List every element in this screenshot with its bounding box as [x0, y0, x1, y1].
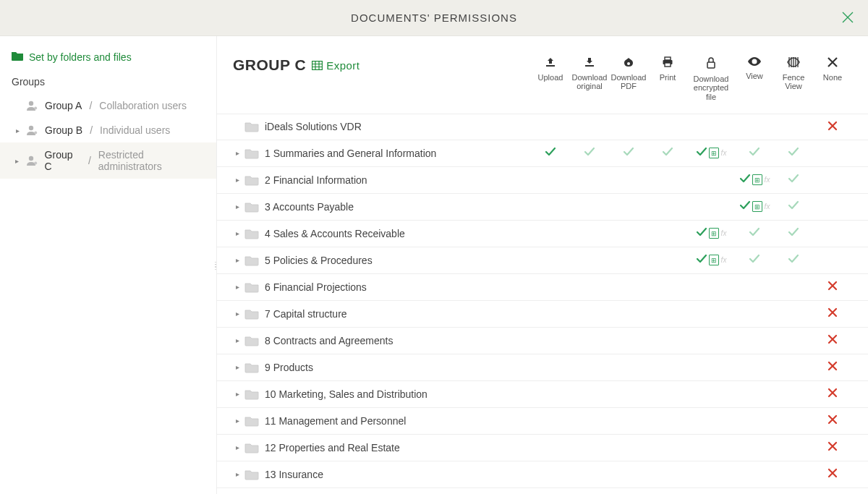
perm-cell-dlpdf[interactable]: [609, 468, 648, 480]
perm-cell-dlpdf[interactable]: [609, 361, 648, 373]
perm-cell-fence[interactable]: [774, 388, 813, 400]
perm-cell-view[interactable]: [735, 334, 774, 346]
close-button[interactable]: [841, 10, 855, 27]
perm-cell-print[interactable]: [648, 147, 687, 159]
perm-header-fence[interactable]: FenceView: [774, 56, 813, 102]
perm-cell-dlpdf[interactable]: [609, 414, 648, 427]
perm-cell-print[interactable]: [648, 200, 687, 213]
perm-header-dlenc[interactable]: Downloadencryptedfile: [687, 56, 735, 102]
set-by-folders-link[interactable]: Set by folders and files: [0, 43, 216, 70]
perm-cell-view[interactable]: ⊞fx: [735, 200, 774, 213]
perm-cell-upload[interactable]: [531, 174, 570, 186]
perm-cell-upload[interactable]: [531, 468, 570, 480]
perm-cell-fence[interactable]: [774, 414, 813, 427]
perm-cell-print[interactable]: [648, 254, 687, 266]
perm-cell-dlpdf[interactable]: [609, 388, 648, 400]
perm-cell-fence[interactable]: [774, 174, 813, 186]
folder-name[interactable]: 6 Financial Projections: [265, 281, 367, 293]
folder-name[interactable]: 7 Capital structure: [265, 308, 347, 320]
perm-cell-print[interactable]: [648, 468, 687, 480]
perm-cell-view[interactable]: [735, 388, 774, 400]
perm-cell-view[interactable]: [735, 227, 774, 239]
perm-header-upload[interactable]: Upload: [531, 56, 570, 102]
perm-cell-view[interactable]: [735, 468, 774, 480]
perm-cell-view[interactable]: [735, 414, 774, 427]
perm-cell-dlorig[interactable]: [570, 121, 609, 133]
perm-cell-none[interactable]: [813, 361, 852, 373]
chevron-right-icon[interactable]: ▸: [233, 283, 242, 291]
perm-cell-dlenc[interactable]: [687, 307, 735, 320]
folder-name[interactable]: 9 Products: [265, 362, 313, 373]
chevron-right-icon[interactable]: ▸: [233, 443, 242, 451]
perm-cell-fence[interactable]: [774, 281, 813, 293]
folder-name[interactable]: 8 Contracts and Agreements: [265, 335, 393, 346]
folder-name[interactable]: 1 Summaries and General Information: [265, 148, 436, 159]
perm-cell-dlorig[interactable]: [570, 227, 609, 239]
perm-cell-none[interactable]: [813, 200, 852, 213]
perm-cell-print[interactable]: [648, 388, 687, 400]
chevron-right-icon[interactable]: ▸: [233, 470, 242, 478]
perm-cell-dlenc[interactable]: [687, 334, 735, 346]
perm-cell-dlenc[interactable]: [687, 281, 735, 293]
perm-cell-fence[interactable]: [774, 121, 813, 133]
folder-name[interactable]: 5 Policies & Procedures: [265, 255, 373, 266]
perm-cell-dlenc[interactable]: [687, 414, 735, 427]
perm-cell-dlpdf[interactable]: [609, 334, 648, 346]
chevron-right-icon[interactable]: ▸: [233, 256, 242, 264]
perm-cell-upload[interactable]: [531, 441, 570, 453]
perm-cell-upload[interactable]: [531, 334, 570, 346]
folder-name[interactable]: 3 Accounts Payable: [265, 201, 354, 213]
perm-cell-dlpdf[interactable]: [609, 307, 648, 320]
folder-name[interactable]: iDeals Solutions VDR: [265, 121, 362, 132]
perm-cell-upload[interactable]: [531, 121, 570, 133]
chevron-right-icon[interactable]: ▸: [233, 363, 242, 371]
folder-name[interactable]: 11 Management and Personnel: [265, 415, 406, 427]
perm-cell-fence[interactable]: [774, 200, 813, 213]
perm-cell-upload[interactable]: [531, 388, 570, 400]
folder-name[interactable]: 13 Insurance: [265, 469, 323, 480]
perm-cell-upload[interactable]: [531, 307, 570, 320]
perm-cell-none[interactable]: [813, 441, 852, 453]
perm-cell-dlenc[interactable]: ⊞fx: [687, 227, 735, 239]
perm-cell-dlenc[interactable]: [687, 388, 735, 400]
perm-cell-print[interactable]: [648, 121, 687, 133]
perm-cell-none[interactable]: [813, 334, 852, 346]
chevron-right-icon[interactable]: ▸: [233, 310, 242, 318]
perm-header-dlpdf[interactable]: DownloadPDF: [609, 56, 648, 102]
perm-cell-none[interactable]: [813, 468, 852, 480]
perm-cell-fence[interactable]: [774, 147, 813, 159]
perm-cell-none[interactable]: [813, 254, 852, 266]
perm-cell-view[interactable]: [735, 281, 774, 293]
perm-cell-upload[interactable]: [531, 147, 570, 159]
perm-cell-fence[interactable]: [774, 227, 813, 239]
perm-cell-dlorig[interactable]: [570, 254, 609, 266]
perm-cell-print[interactable]: [648, 307, 687, 320]
perm-cell-fence[interactable]: [774, 254, 813, 266]
chevron-right-icon[interactable]: ▸: [233, 390, 242, 398]
perm-cell-upload[interactable]: [531, 200, 570, 213]
perm-cell-upload[interactable]: [531, 281, 570, 293]
perm-cell-fence[interactable]: [774, 468, 813, 480]
perm-cell-print[interactable]: [648, 227, 687, 239]
perm-cell-view[interactable]: [735, 254, 774, 266]
perm-cell-dlorig[interactable]: [570, 334, 609, 346]
perm-cell-upload[interactable]: [531, 254, 570, 266]
perm-cell-dlenc[interactable]: [687, 200, 735, 213]
folder-name[interactable]: 12 Properties and Real Estate: [265, 442, 400, 453]
perm-cell-dlorig[interactable]: [570, 468, 609, 480]
perm-cell-print[interactable]: [648, 174, 687, 186]
perm-cell-view[interactable]: [735, 121, 774, 133]
perm-cell-dlorig[interactable]: [570, 388, 609, 400]
perm-cell-none[interactable]: [813, 281, 852, 293]
perm-cell-dlorig[interactable]: [570, 281, 609, 293]
perm-cell-view[interactable]: [735, 147, 774, 159]
perm-cell-none[interactable]: [813, 147, 852, 159]
perm-cell-none[interactable]: [813, 307, 852, 320]
perm-cell-dlenc[interactable]: ⊞fx: [687, 254, 735, 266]
perm-cell-fence[interactable]: [774, 307, 813, 320]
perm-cell-dlorig[interactable]: [570, 174, 609, 186]
perm-cell-dlpdf[interactable]: [609, 254, 648, 266]
perm-header-print[interactable]: Print: [648, 56, 687, 102]
chevron-right-icon[interactable]: ▸: [233, 149, 242, 157]
perm-cell-dlenc[interactable]: [687, 174, 735, 186]
